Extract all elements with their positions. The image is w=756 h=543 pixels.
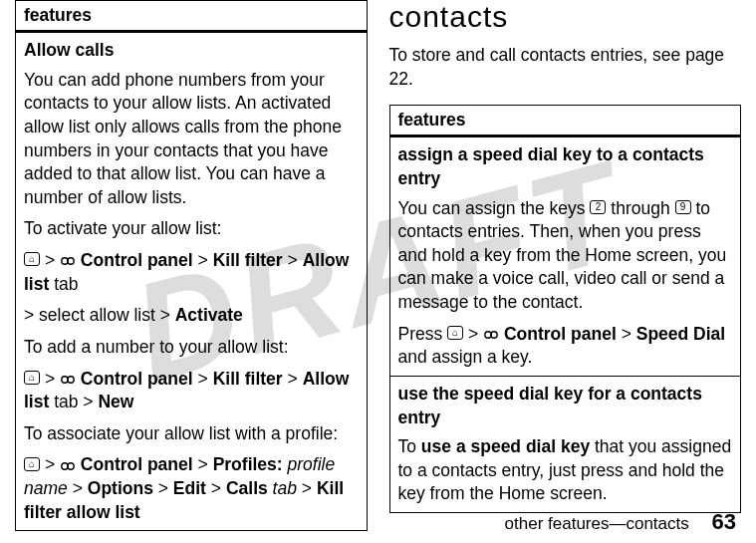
path-activate-line1: ⌂ > Control panel > Kill filter > Allow … [24, 249, 359, 296]
new-label: New [98, 392, 133, 411]
gt: > [302, 478, 312, 498]
gt: > [198, 250, 208, 270]
press-text: Press [398, 324, 448, 344]
allow-calls-desc: You can add phone numbers from your cont… [24, 69, 359, 210]
gt: > [73, 478, 83, 498]
home-icon: ⌂ [24, 457, 40, 471]
allow-calls-cell: Allow calls You can add phone numbers fr… [16, 33, 367, 530]
gear-icon [483, 326, 499, 342]
gt: > [198, 454, 208, 474]
right-feature-box: features assign a speed dial key to a co… [389, 105, 742, 513]
home-icon: ⌂ [24, 371, 40, 385]
options-label: Options [88, 478, 153, 498]
speed-assign-title: assign a speed dial key to a contacts en… [398, 143, 733, 190]
speed-assign-cell: assign a speed dial key to a contacts en… [390, 137, 741, 377]
speed-assign-path: Press ⌂ > Control panel > Speed Dial and… [398, 323, 733, 370]
footer-crumb: other features—contacts [505, 514, 689, 533]
left-column: features Allow calls You can add phone n… [15, 0, 368, 531]
tab-word: tab [49, 274, 78, 294]
key-9-icon: 9 [675, 200, 691, 214]
page-columns: features Allow calls You can add phone n… [0, 0, 756, 531]
speed-use-cell: use the speed dial key for a contacts en… [390, 377, 741, 512]
control-panel-label: Control panel [81, 454, 193, 474]
key-2-icon: 2 [590, 200, 606, 214]
home-icon: ⌂ [447, 326, 463, 340]
features-header: features [390, 106, 741, 137]
gt: > [622, 324, 631, 344]
gt-sep: > [79, 392, 99, 411]
add-intro: To add a number to your allow list: [24, 336, 359, 360]
profiles-label: Profiles: [213, 454, 283, 474]
and-assign: and assign a key. [398, 347, 533, 367]
gear-icon [60, 252, 76, 268]
activate-label: Activate [175, 305, 243, 325]
control-panel-label: Control panel [504, 324, 617, 344]
tab-italic: tab [273, 478, 302, 498]
kill-filter-label: Kill filter [213, 250, 283, 270]
select-allow-text: > select allow list > [24, 305, 175, 325]
gt: > [198, 369, 208, 389]
gear-icon [60, 457, 76, 473]
gt: > [45, 369, 55, 389]
allow-calls-title: Allow calls [24, 39, 359, 63]
page-footer: other features—contacts 63 [505, 509, 736, 535]
control-panel-label: Control panel [81, 369, 193, 389]
gt: > [158, 478, 168, 498]
speed-dial-label: Speed Dial [636, 324, 725, 344]
gt: > [468, 324, 478, 344]
gt: > [45, 454, 55, 474]
page-number: 63 [712, 509, 736, 534]
home-icon: ⌂ [24, 252, 40, 266]
path-assoc: ⌂ > Control panel > Profiles: profile na… [24, 453, 359, 524]
edit-label: Edit [173, 478, 206, 498]
through: through [606, 198, 674, 218]
gear-icon [60, 371, 76, 387]
gt: > [288, 250, 298, 270]
kill-filter-label: Kill filter [213, 369, 283, 389]
speed-use-body: To use a speed dial key that you assigne… [398, 435, 733, 506]
speed-use-title: use the speed dial key for a contacts en… [398, 383, 733, 429]
control-panel-label: Control panel [81, 250, 193, 270]
left-feature-box: features Allow calls You can add phone n… [15, 0, 368, 531]
to-text: To [398, 436, 421, 456]
tab-word: tab [49, 392, 78, 411]
right-column: contacts To store and call contacts entr… [389, 0, 742, 531]
gt: > [288, 369, 298, 389]
use-bold: use a speed dial key [421, 436, 590, 456]
features-header: features [16, 1, 367, 33]
calls-label: Calls [226, 478, 268, 498]
contacts-heading: contacts [389, 0, 742, 34]
speed-assign-body: You can assign the keys 2 through 9 to c… [398, 197, 733, 315]
path-activate-line2: > select allow list > Activate [24, 304, 359, 328]
gt: > [45, 250, 55, 270]
contacts-intro: To store and call contacts entries, see … [389, 44, 742, 91]
activate-intro: To activate your allow list: [24, 217, 359, 241]
assoc-intro: To associate your allow list with a prof… [24, 422, 359, 446]
gt: > [211, 478, 221, 498]
path-add: ⌂ > Control panel > Kill filter > Allow … [24, 368, 359, 414]
text-a: You can assign the keys [398, 198, 591, 218]
